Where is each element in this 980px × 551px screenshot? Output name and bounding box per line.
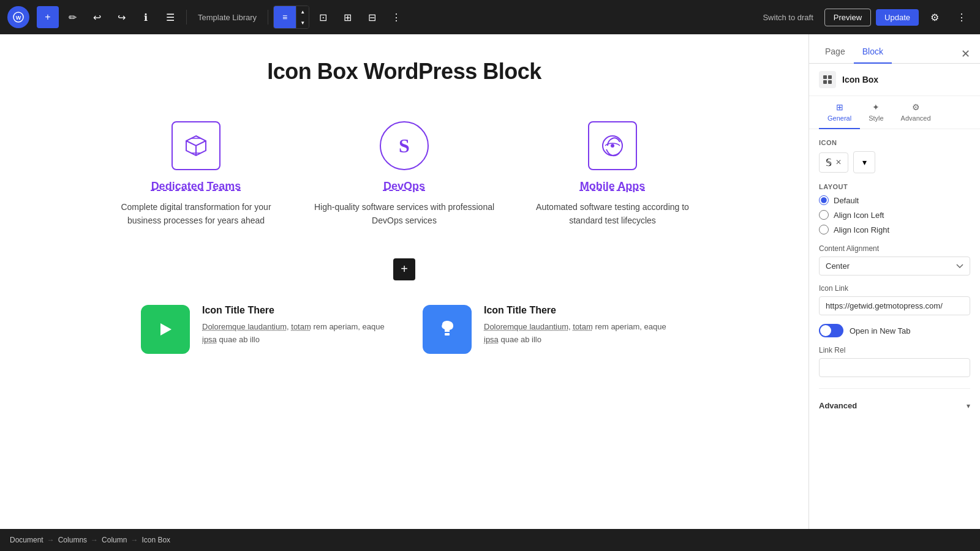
layout-align-right-label: Align Icon Right (834, 225, 889, 234)
link-rel-section: Link Rel (819, 346, 970, 386)
breadcrumb-icon-box[interactable]: Icon Box (141, 536, 170, 544)
wp-logo[interactable]: W (7, 6, 29, 28)
breadcrumb-sep-3: → (130, 536, 138, 544)
edit-mode-btn[interactable]: ✏ (61, 6, 83, 28)
link-rel-label: Link Rel (819, 346, 970, 354)
layout-align-left-label: Align Icon Left (834, 211, 884, 220)
layout-default-option[interactable]: Default (819, 195, 970, 205)
content-alignment-label: Content Alignment (819, 244, 970, 253)
panel-body: Icon 𝕊 ✕ ▾ Layout Default (809, 129, 980, 529)
advanced-tab-label: Advanced (901, 114, 931, 122)
panel-close-btn[interactable]: ✕ (959, 45, 973, 63)
switch-to-draft-btn[interactable]: Switch to draft (756, 9, 819, 26)
svg-point-3 (611, 144, 614, 148)
layout-default-radio[interactable] (819, 195, 829, 205)
svg-rect-7 (828, 75, 832, 79)
advanced-chevron-icon: ▾ (967, 402, 970, 410)
redo-btn[interactable]: ↪ (110, 6, 132, 28)
icon-link-section: Icon Link (819, 284, 970, 324)
content-alignment-select[interactable]: Left Center Right (819, 257, 970, 276)
panel-tab-block[interactable]: Block (854, 40, 892, 64)
advanced-header[interactable]: Advanced ▾ (819, 396, 970, 415)
breadcrumb-column[interactable]: Column (102, 536, 127, 544)
update-btn[interactable]: Update (876, 9, 919, 26)
icon-box-dedicated-teams: Dedicated Teams Complete digital transfo… (104, 121, 288, 228)
preview-btn[interactable]: Preview (824, 9, 871, 26)
align-full-btn[interactable]: ⊞ (336, 6, 358, 28)
svg-rect-5 (445, 333, 450, 335)
icon-box-mobile-apps: Mobile Apps Automated software testing a… (521, 121, 704, 228)
template-library-btn[interactable]: Template Library (192, 9, 263, 26)
mobile-apps-desc: Automated software testing according to … (521, 200, 704, 228)
breadcrumb-document[interactable]: Document (10, 536, 43, 544)
align-updown: ▲ ▼ (296, 6, 309, 28)
icon-box-devops: S DevOps High-quality software services … (312, 121, 496, 228)
style-tab-label: Style (869, 114, 883, 122)
more-menu-btn[interactable]: ⋮ (951, 6, 973, 28)
breadcrumb-columns[interactable]: Columns (58, 536, 87, 544)
panel-tabs: Page Block ✕ (809, 34, 980, 64)
panel-block-title: Icon Box (842, 75, 878, 84)
devops-desc: High-quality software services with prof… (312, 200, 496, 228)
open-new-tab-toggle[interactable] (819, 324, 843, 337)
right-panel: Page Block ✕ Icon Box ⊞ General ✦ (809, 34, 980, 529)
breadcrumb-sep-2: → (91, 536, 98, 544)
bottom-box-1: Icon Title There Doloremque laudantium, … (141, 305, 386, 354)
layout-label: Layout (819, 183, 970, 190)
advanced-icon: ⚙ (912, 102, 920, 112)
add-block-toolbar-btn[interactable]: + (37, 6, 59, 28)
align-down-btn[interactable]: ▼ (296, 17, 309, 28)
content-alignment-section: Content Alignment Left Center Right (819, 244, 970, 284)
devops-title: DevOps (383, 180, 425, 193)
bottom-box-1-content: Icon Title There Doloremque laudantium, … (202, 305, 386, 347)
svg-marker-4 (160, 323, 172, 335)
open-new-tab-row: Open in New Tab (819, 324, 970, 337)
bottom-icon-1 (141, 305, 190, 354)
bottom-box-2-desc: Doloremque laudantium, totam rem aperiam… (484, 321, 668, 347)
panel-sub-tab-general[interactable]: ⊞ General (819, 96, 860, 129)
panel-tab-page[interactable]: Page (816, 40, 854, 64)
more-options-btn[interactable]: ⋮ (385, 6, 407, 28)
add-block-canvas-btn[interactable]: + (393, 258, 415, 280)
toolbar-sep-1 (186, 10, 187, 24)
bottom-box-1-desc: Doloremque laudantium, totam rem aperiam… (202, 321, 386, 347)
icon-chip-close-btn[interactable]: ✕ (835, 158, 842, 167)
general-icon: ⊞ (836, 102, 843, 112)
layout-radio-group: Default Align Icon Left Align Icon Right (819, 195, 970, 234)
bottom-box-1-title: Icon Title There (202, 305, 386, 316)
settings-btn[interactable]: ⚙ (924, 6, 946, 28)
align-up-btn[interactable]: ▲ (296, 6, 309, 17)
icon-section-label: Icon (819, 139, 970, 146)
layout-align-right-radio[interactable] (819, 225, 829, 234)
icon-dropdown-btn[interactable]: ▾ (853, 151, 875, 173)
layout-section: Layout Default Align Icon Left Align Ico… (819, 183, 970, 234)
toolbar-sep-2 (268, 10, 268, 24)
panel-block-header: Icon Box (809, 64, 980, 96)
align-wrapper: ≡ ▲ ▼ (273, 6, 309, 29)
undo-btn[interactable]: ↩ (86, 6, 108, 28)
layout-align-right-option[interactable]: Align Icon Right (819, 225, 970, 234)
dedicated-teams-title: Dedicated Teams (151, 180, 241, 193)
layout-align-left-radio[interactable] (819, 210, 829, 220)
align-narrow-btn[interactable]: ⊟ (361, 6, 383, 28)
info-btn[interactable]: ℹ (135, 6, 157, 28)
icon-selector: 𝕊 ✕ ▾ (819, 151, 970, 173)
icon-link-input[interactable] (819, 296, 970, 315)
svg-text:W: W (16, 15, 21, 21)
bottom-icon-2 (423, 305, 472, 354)
mobile-apps-title: Mobile Apps (580, 180, 645, 193)
bottom-box-2-title: Icon Title There (484, 305, 668, 316)
bottom-row: Icon Title There Doloremque laudantium, … (37, 305, 772, 354)
devops-icon: S (380, 121, 429, 170)
list-view-btn[interactable]: ☰ (159, 6, 181, 28)
layout-align-left-option[interactable]: Align Icon Left (819, 210, 970, 220)
align-wide-btn[interactable]: ⊡ (312, 6, 334, 28)
icon-link-label: Icon Link (819, 284, 970, 293)
mobile-apps-icon (588, 121, 637, 170)
svg-rect-8 (823, 80, 827, 84)
panel-sub-tab-advanced[interactable]: ⚙ Advanced (892, 96, 940, 129)
link-rel-input[interactable] (819, 358, 970, 377)
panel-sub-tab-style[interactable]: ✦ Style (860, 96, 892, 129)
align-left-btn[interactable]: ≡ (274, 6, 296, 28)
layout-default-label: Default (834, 196, 859, 205)
